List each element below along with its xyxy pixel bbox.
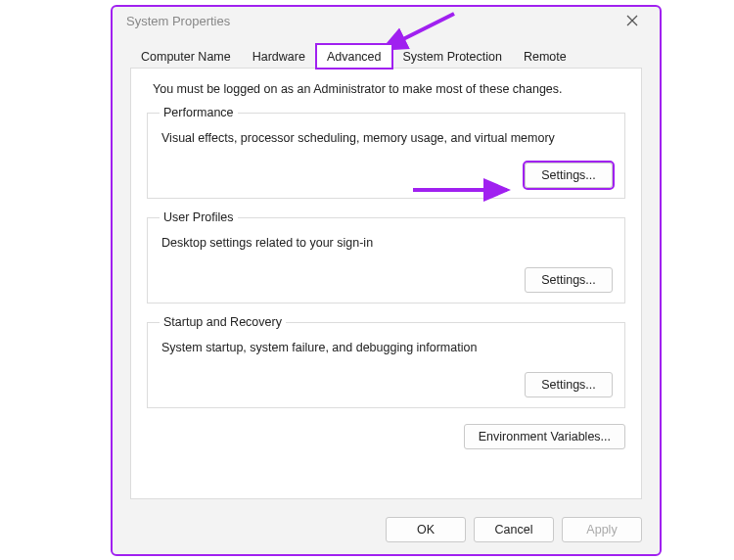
dialog-footer: OK Cancel Apply bbox=[113, 509, 660, 554]
apply-button[interactable]: Apply bbox=[562, 517, 642, 542]
performance-desc: Visual effects, processor scheduling, me… bbox=[161, 131, 613, 145]
user-profiles-group: User Profiles Desktop settings related t… bbox=[147, 210, 625, 303]
tab-advanced[interactable]: Advanced bbox=[316, 44, 392, 69]
environment-variables-button[interactable]: Environment Variables... bbox=[464, 424, 625, 449]
tab-row: Computer Name Hardware Advanced System P… bbox=[113, 34, 660, 69]
startup-group: Startup and Recovery System startup, sys… bbox=[147, 315, 625, 408]
window-title: System Properties bbox=[126, 14, 230, 28]
close-button[interactable] bbox=[613, 8, 652, 33]
cancel-button[interactable]: Cancel bbox=[474, 517, 554, 542]
tab-computer-name[interactable]: Computer Name bbox=[130, 44, 242, 69]
user-profiles-settings-button[interactable]: Settings... bbox=[525, 267, 613, 293]
tab-remote[interactable]: Remote bbox=[513, 44, 577, 69]
user-profiles-legend: User Profiles bbox=[160, 210, 238, 224]
system-properties-window: System Properties Computer Name Hardware… bbox=[111, 5, 662, 556]
startup-settings-button[interactable]: Settings... bbox=[525, 372, 613, 397]
ok-button[interactable]: OK bbox=[386, 517, 466, 542]
close-icon bbox=[626, 15, 638, 26]
startup-legend: Startup and Recovery bbox=[160, 315, 286, 329]
tab-hardware[interactable]: Hardware bbox=[242, 44, 316, 69]
intro-text: You must be logged on as an Administrato… bbox=[147, 82, 625, 96]
advanced-panel: You must be logged on as an Administrato… bbox=[130, 68, 642, 499]
performance-group: Performance Visual effects, processor sc… bbox=[147, 106, 625, 199]
performance-legend: Performance bbox=[160, 106, 238, 119]
tab-system-protection[interactable]: System Protection bbox=[392, 44, 513, 69]
startup-desc: System startup, system failure, and debu… bbox=[161, 341, 613, 354]
titlebar: System Properties bbox=[113, 7, 660, 34]
user-profiles-desc: Desktop settings related to your sign-in bbox=[161, 236, 613, 250]
performance-settings-button[interactable]: Settings... bbox=[525, 163, 613, 188]
